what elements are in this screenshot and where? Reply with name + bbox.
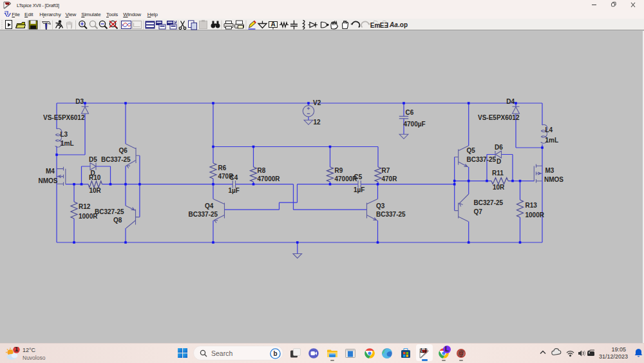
svg-text:12: 12	[314, 119, 321, 126]
svg-text:D3: D3	[75, 98, 84, 105]
svg-text:V2: V2	[313, 99, 321, 106]
svg-text:Q5: Q5	[467, 147, 476, 154]
svg-text:L4: L4	[545, 126, 553, 133]
svg-text:R8: R8	[258, 167, 266, 174]
svg-text:4700µF: 4700µF	[404, 121, 426, 128]
svg-text:L3: L3	[61, 131, 68, 138]
svg-text:M4: M4	[46, 168, 55, 175]
svg-text:470R: 470R	[218, 173, 234, 180]
svg-text:10R: 10R	[493, 184, 505, 191]
svg-text:b: b	[273, 350, 277, 357]
svg-text:R10: R10	[89, 174, 101, 181]
svg-text:10R: 10R	[90, 187, 102, 194]
svg-text:47000R: 47000R	[258, 175, 281, 182]
svg-text:VS-E5PX6012: VS-E5PX6012	[43, 114, 85, 121]
svg-text:R12: R12	[79, 203, 91, 210]
svg-text:D4: D4	[506, 98, 515, 105]
svg-text:BC337-25: BC337-25	[189, 211, 218, 218]
svg-text:470R: 470R	[382, 175, 398, 182]
svg-text:.op: .op	[398, 21, 408, 28]
svg-text:Q7: Q7	[474, 208, 483, 215]
svg-text:R7: R7	[382, 167, 390, 174]
svg-text:NMOS: NMOS	[544, 176, 564, 183]
svg-text:Q8: Q8	[113, 217, 122, 224]
svg-text:@: @	[458, 349, 464, 357]
svg-text:1µF: 1µF	[354, 186, 365, 193]
svg-text:47000R: 47000R	[335, 175, 358, 182]
svg-text:1mL: 1mL	[545, 137, 559, 144]
svg-text:BC337-25: BC337-25	[101, 156, 131, 163]
svg-text:D: D	[497, 158, 501, 165]
svg-text:1mL: 1mL	[61, 140, 74, 147]
svg-text:R6: R6	[218, 164, 227, 172]
svg-text:BC327-25: BC327-25	[474, 199, 504, 206]
svg-text:NMOS: NMOS	[39, 177, 58, 184]
svg-text:Em: Em	[370, 22, 381, 29]
svg-text:1: 1	[15, 347, 19, 353]
svg-text:EƎ: EƎ	[380, 22, 388, 29]
svg-text:BC327-25: BC327-25	[95, 208, 124, 215]
svg-text:L: L	[445, 346, 449, 353]
svg-text:BC337-25: BC337-25	[376, 211, 406, 218]
svg-text:BC337-25: BC337-25	[467, 156, 497, 163]
svg-text:R13: R13	[526, 202, 538, 209]
svg-text:Q4: Q4	[205, 202, 214, 210]
svg-text:1000R: 1000R	[526, 211, 545, 219]
svg-text:Aa: Aa	[389, 21, 398, 28]
svg-text:A: A	[270, 21, 275, 28]
svg-text:D5: D5	[89, 156, 97, 163]
svg-text:VS-E5PX6012: VS-E5PX6012	[478, 114, 520, 121]
svg-text:R11: R11	[492, 170, 504, 177]
svg-text:Q3: Q3	[376, 202, 385, 210]
svg-text:R9: R9	[335, 167, 343, 174]
svg-text:M3: M3	[545, 167, 554, 174]
svg-text:1µF: 1µF	[229, 187, 240, 194]
svg-text:LT: LT	[420, 348, 428, 354]
svg-text:C6: C6	[406, 109, 414, 116]
svg-text:Q6: Q6	[119, 147, 128, 154]
svg-text:D6: D6	[495, 144, 503, 151]
